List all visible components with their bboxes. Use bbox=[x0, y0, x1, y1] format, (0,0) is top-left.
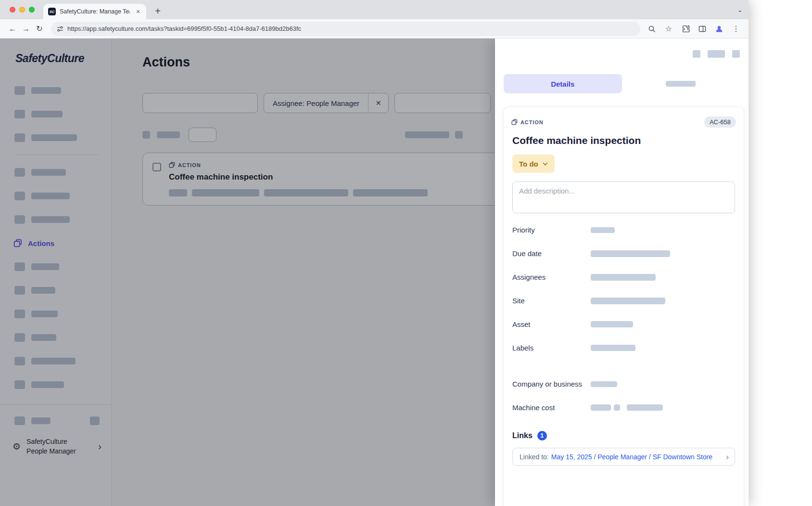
action-details-card: ACTION AC-658 Coffee machine inspection … bbox=[504, 107, 744, 506]
value-skeleton bbox=[591, 381, 617, 387]
description-input[interactable] bbox=[512, 182, 735, 213]
close-tab-icon[interactable]: × bbox=[134, 7, 142, 16]
action-title: Coffee machine inspection bbox=[511, 135, 736, 146]
value-skeleton bbox=[591, 227, 615, 233]
value-skeleton bbox=[591, 404, 611, 411]
profile-avatar-icon[interactable] bbox=[712, 22, 726, 36]
address-bar[interactable]: https://app.safetyculture.com/tasks?task… bbox=[51, 22, 640, 36]
zoom-window-button[interactable] bbox=[29, 7, 35, 13]
extensions-icon[interactable] bbox=[679, 22, 692, 36]
status-dropdown[interactable]: To do bbox=[512, 155, 555, 173]
drawer-scrim[interactable] bbox=[0, 39, 495, 506]
chevron-right-icon: › bbox=[726, 452, 729, 461]
field-row-machine-cost: Machine cost bbox=[512, 396, 736, 419]
linked-inspection-row[interactable]: Linked to: May 15, 2025 / People Manager… bbox=[512, 448, 735, 466]
value-skeleton bbox=[591, 274, 656, 281]
link-text: May 15, 2025 / People Manager / SF Downt… bbox=[551, 453, 712, 461]
drawer-tabs: Details bbox=[504, 74, 740, 93]
zoom-icon[interactable] bbox=[645, 22, 659, 36]
safetyculture-favicon: SC bbox=[48, 8, 56, 15]
field-row-assignees: Assignees bbox=[512, 265, 736, 289]
field-row-company: Company or business bbox=[512, 372, 736, 396]
drawer-action-skeleton bbox=[732, 50, 740, 58]
new-tab-button[interactable]: + bbox=[151, 4, 165, 18]
drawer-action-skeleton bbox=[693, 50, 700, 58]
close-window-button[interactable] bbox=[10, 7, 15, 13]
browser-tab[interactable]: SC SafetyCulture: Manage Teams × bbox=[43, 4, 146, 19]
action-type-icon bbox=[511, 119, 518, 125]
minimize-window-button[interactable] bbox=[19, 7, 25, 13]
drawer-header-actions bbox=[495, 39, 749, 58]
value-skeleton bbox=[591, 345, 635, 351]
value-skeleton bbox=[591, 298, 665, 304]
action-id-badge: AC-658 bbox=[704, 117, 736, 128]
bookmark-star-icon[interactable]: ☆ bbox=[662, 22, 675, 36]
window-controls bbox=[10, 7, 35, 13]
action-details-drawer: Details ACTION AC-658 bbox=[495, 39, 749, 506]
side-panel-icon[interactable] bbox=[696, 22, 709, 36]
field-list: Priority Due date Assignees Site bbox=[511, 218, 736, 419]
links-count-badge: 1 bbox=[537, 431, 547, 441]
value-skeleton bbox=[591, 250, 670, 257]
field-row-asset: Asset bbox=[512, 312, 736, 336]
value-skeleton bbox=[614, 404, 620, 411]
value-skeleton bbox=[591, 321, 633, 327]
field-row-labels: Labels bbox=[512, 336, 736, 360]
browser-toolbar: ← → ↻ https://app.safetyculture.com/task… bbox=[0, 19, 749, 39]
field-group-gap bbox=[512, 360, 736, 372]
links-heading: Links bbox=[512, 431, 533, 440]
reload-button[interactable]: ↻ bbox=[33, 22, 46, 36]
field-row-site: Site bbox=[512, 289, 736, 312]
drawer-action-skeleton bbox=[708, 50, 725, 58]
field-row-priority: Priority bbox=[512, 218, 736, 242]
chevron-down-icon bbox=[543, 162, 548, 166]
field-row-due-date: Due date bbox=[512, 242, 736, 265]
safetyculture-app: SafetyCulture Actions bbox=[0, 39, 749, 506]
links-section-header: Links 1 bbox=[512, 431, 736, 441]
value-skeleton bbox=[627, 404, 663, 411]
url-text: https://app.safetyculture.com/tasks?task… bbox=[67, 25, 301, 32]
tab-title: SafetyCulture: Manage Teams bbox=[60, 8, 130, 15]
site-settings-icon[interactable] bbox=[57, 26, 63, 32]
tab-details[interactable]: Details bbox=[504, 74, 622, 93]
action-type-label: ACTION bbox=[511, 119, 544, 125]
toolbar-actions: ☆ ⋮ bbox=[645, 22, 743, 36]
browser-window: SC SafetyCulture: Manage Teams × + ⌄ ← →… bbox=[0, 0, 749, 506]
tab-loading-skeleton[interactable] bbox=[622, 74, 740, 93]
link-prefix: Linked to: bbox=[520, 453, 549, 461]
forward-button[interactable]: → bbox=[19, 22, 33, 36]
back-button[interactable]: ← bbox=[6, 22, 19, 36]
browser-tabstrip: SC SafetyCulture: Manage Teams × + ⌄ bbox=[0, 0, 749, 19]
drawer-card-header: ACTION AC-658 bbox=[511, 117, 736, 128]
tab-search-icon[interactable]: ⌄ bbox=[737, 6, 743, 13]
browser-menu-kebab-icon[interactable]: ⋮ bbox=[729, 22, 743, 36]
